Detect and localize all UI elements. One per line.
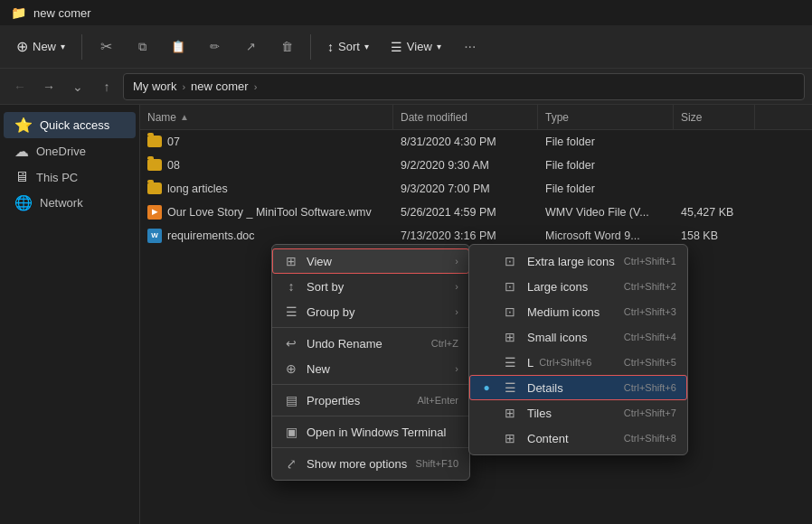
- ctx-sort-by[interactable]: ↕ Sort by ›: [272, 274, 469, 299]
- folder-icon-07: [147, 136, 162, 147]
- vsub-small-shortcut: Ctrl+Shift+4: [624, 332, 676, 342]
- folder-icon-08: [147, 159, 162, 171]
- vsub-small-icons[interactable]: ⊞ Small icons Ctrl+Shift+4: [469, 324, 687, 350]
- sidebar-item-this-pc[interactable]: 🖥 This PC: [4, 164, 136, 190]
- vsub-medium-icons[interactable]: ⊡ Medium icons Ctrl+Shift+3: [469, 299, 687, 324]
- ctx-terminal[interactable]: ▣ Open in Windows Terminal: [272, 419, 469, 444]
- col-header-date[interactable]: Date modified: [393, 105, 538, 129]
- sort-label: Sort: [338, 40, 360, 53]
- forward-button[interactable]: →: [36, 74, 61, 99]
- ctx-sort-label: Sort by: [307, 280, 448, 294]
- sort-chevron: ▾: [364, 42, 369, 51]
- vsub-extra-large-shortcut: Ctrl+Shift+1: [624, 256, 676, 267]
- address-bar[interactable]: My work › new comer ›: [123, 73, 805, 100]
- title-folder-icon: 📁: [11, 5, 26, 20]
- vsub-details[interactable]: ● ☰ Details Ctrl+Shift+6: [469, 375, 687, 400]
- col-header-name[interactable]: Name ▲: [140, 105, 393, 129]
- breadcrumb-newcomer[interactable]: new comer: [191, 80, 249, 93]
- ctx-sep-2: [272, 384, 469, 385]
- ctx-new-label: New: [307, 362, 448, 376]
- vsub-tiles[interactable]: ⊞ Tiles Ctrl+Shift+7: [469, 400, 687, 426]
- view-submenu[interactable]: ⊡ Extra large icons Ctrl+Shift+1 ⊡ Large…: [468, 244, 688, 455]
- breadcrumb-sep-2: ›: [254, 81, 258, 92]
- vsub-list[interactable]: ☰ L Ctrl+Shift+6 Ctrl+Shift+5: [469, 350, 687, 375]
- ctx-show-more[interactable]: ⤤ Show more options Shift+F10: [272, 451, 469, 476]
- file-row-long-articles[interactable]: long articles 9/3/2020 7:00 PM File fold…: [140, 177, 812, 201]
- ctx-sep-4: [272, 447, 469, 448]
- vsub-small-label: Small icons: [527, 331, 615, 344]
- copy-button[interactable]: ⧉: [126, 31, 158, 63]
- ctx-sep-3: [272, 416, 469, 416]
- view-label: View: [407, 40, 432, 53]
- more-button[interactable]: ···: [454, 31, 486, 63]
- vsub-content-label: Content: [527, 432, 615, 445]
- file-row-08[interactable]: 08 9/2/2020 9:30 AM File folder: [140, 154, 812, 177]
- title-bar: 📁 new comer: [0, 0, 812, 25]
- share-button[interactable]: ↗: [234, 31, 267, 63]
- col-header-size[interactable]: Size: [674, 105, 755, 129]
- ctx-undo-label: Undo Rename: [307, 337, 424, 351]
- ctx-group-label: Group by: [307, 305, 448, 319]
- vsub-list-shortcut: Ctrl+Shift+5: [624, 357, 676, 368]
- sidebar-item-quick-access[interactable]: ⭐ Quick access: [4, 112, 136, 138]
- doc-icon: W: [147, 229, 162, 243]
- context-menu[interactable]: ⊞ View › ↕ Sort by › ☰ Group by › ↩ Undo…: [271, 244, 470, 481]
- sort-button[interactable]: ↕ Sort ▾: [318, 34, 378, 60]
- ctx-group-by[interactable]: ☰ Group by ›: [272, 299, 469, 324]
- col-header-type[interactable]: Type: [538, 105, 674, 129]
- ctx-props-label: Properties: [307, 394, 410, 407]
- ctx-sep-1: [272, 327, 469, 328]
- ctx-terminal-label: Open in Windows Terminal: [307, 426, 458, 439]
- ctx-group-icon: ☰: [283, 304, 299, 319]
- breadcrumb-mywork[interactable]: My work: [133, 80, 176, 93]
- view-chevron: ▾: [437, 42, 441, 51]
- ctx-more-shortcut: Shift+F10: [416, 458, 458, 469]
- ctx-terminal-icon: ▣: [283, 425, 299, 439]
- paste-button[interactable]: 📋: [162, 31, 194, 63]
- ctx-sort-icon: ↕: [283, 279, 299, 294]
- sidebar-item-onedrive[interactable]: ☁ OneDrive: [4, 138, 136, 164]
- vsub-tiles-shortcut: Ctrl+Shift+7: [624, 407, 676, 418]
- toolbar-sep-1: [81, 34, 82, 60]
- nav-bar: ← → ⌄ ↑ My work › new comer ›: [0, 69, 812, 105]
- vsub-details-shortcut: Ctrl+Shift+6: [624, 382, 676, 393]
- ctx-more-label: Show more options: [307, 457, 409, 471]
- new-chevron: ▾: [61, 42, 65, 51]
- file-row-wmv[interactable]: ▶ Our Love Story _ MiniTool Software.wmv…: [140, 201, 812, 224]
- ctx-new[interactable]: ⊕ New ›: [272, 356, 469, 381]
- delete-button[interactable]: 🗑: [270, 31, 303, 63]
- ctx-props-icon: ▤: [283, 393, 299, 407]
- file-row-07[interactable]: 07 8/31/2020 4:30 PM File folder: [140, 130, 812, 154]
- ctx-view-label: View: [307, 255, 448, 268]
- back-button[interactable]: ←: [7, 74, 33, 99]
- vsub-content-shortcut: Ctrl+Shift+8: [624, 433, 676, 444]
- cut-button[interactable]: ✂: [90, 31, 122, 63]
- new-label: New: [33, 40, 56, 53]
- vsub-medium-label: Medium icons: [527, 305, 615, 319]
- onedrive-icon: ☁: [14, 143, 29, 160]
- ctx-view-icon: ⊞: [283, 254, 299, 268]
- vsub-large-shortcut: Ctrl+Shift+2: [624, 281, 676, 292]
- network-label: Network: [40, 196, 83, 210]
- quick-access-label: Quick access: [40, 118, 109, 132]
- view-button[interactable]: ☰ View ▾: [382, 34, 450, 60]
- ctx-undo-rename[interactable]: ↩ Undo Rename Ctrl+Z: [272, 331, 469, 356]
- vsub-content[interactable]: ⊞ Content Ctrl+Shift+8: [469, 426, 687, 451]
- sidebar-item-network[interactable]: 🌐 Network: [4, 190, 136, 216]
- vsub-tiles-label: Tiles: [527, 407, 615, 420]
- quick-access-icon: ⭐: [14, 117, 33, 134]
- dropdown-button[interactable]: ⌄: [65, 74, 90, 99]
- vsub-details-label: Details: [527, 381, 615, 395]
- up-button[interactable]: ↑: [94, 74, 119, 99]
- vsub-extra-large[interactable]: ⊡ Extra large icons Ctrl+Shift+1: [469, 248, 687, 274]
- ctx-view[interactable]: ⊞ View ›: [272, 248, 469, 274]
- rename-button[interactable]: ✏: [198, 31, 231, 63]
- ctx-properties[interactable]: ▤ Properties Alt+Enter: [272, 388, 469, 413]
- network-icon: 🌐: [14, 194, 33, 211]
- vsub-large-icons[interactable]: ⊡ Large icons Ctrl+Shift+2: [469, 274, 687, 299]
- vsub-large-label: Large icons: [527, 280, 615, 294]
- file-list-header: Name ▲ Date modified Type Size: [140, 105, 812, 130]
- toolbar: ⊕ New ▾ ✂ ⧉ 📋 ✏ ↗ 🗑 ↕ Sort ▾ ☰ View ▾ ··…: [0, 25, 812, 69]
- ctx-undo-shortcut: Ctrl+Z: [431, 338, 458, 349]
- new-button[interactable]: ⊕ New ▾: [7, 33, 74, 61]
